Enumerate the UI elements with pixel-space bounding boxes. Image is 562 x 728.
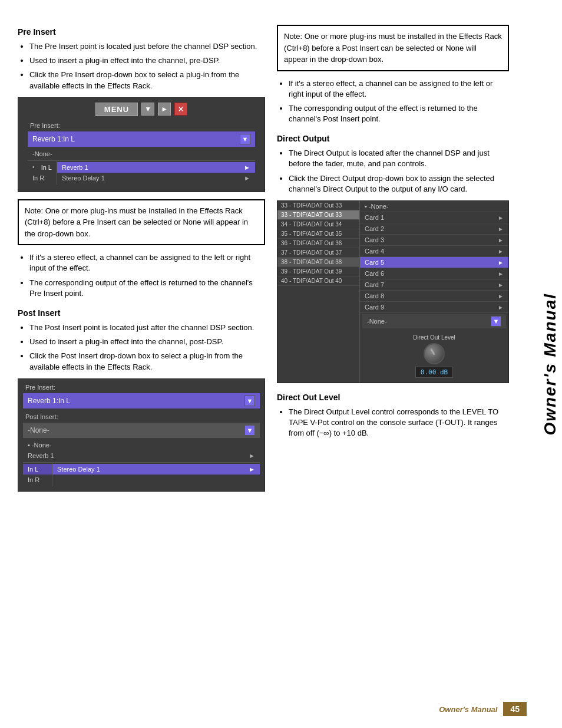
tdif-list: 33 - TDIF/ADAT Out 33 33 - TDIF/ADAT Out…	[277, 201, 360, 383]
direct-output-bullet-1: The Direct Output is located after the c…	[289, 148, 509, 169]
card5-label: Card 5	[365, 259, 384, 266]
post-stereo-bullet-1: If it's a stereo effect, a channel can b…	[289, 78, 509, 100]
card3-label: Card 3	[365, 236, 384, 243]
direct-out-level-box: Direct Out Level 0.00 dB	[360, 330, 508, 383]
pre-insert-panel: MENU ▼ ► × Pre Insert: Reverb 1:In L ▼ -…	[18, 97, 265, 192]
pre-insert-label-1: Pre Insert:	[28, 122, 255, 129]
card2-arrow: ►	[498, 226, 504, 232]
pre-insert-selected-2: Reverb 1:In L	[28, 397, 70, 405]
none-dropdown-arrow[interactable]: ▼	[491, 316, 501, 327]
post-stereo-delay-arrow: ►	[249, 466, 255, 473]
card9-item[interactable]: Card 9 ►	[360, 302, 508, 313]
card6-arrow: ►	[498, 271, 504, 277]
post-stereo-bullets: If it's a stereo effect, a channel can b…	[277, 78, 509, 125]
page-container: Owner's Manual Pre Insert The Pre Insert…	[0, 0, 562, 728]
stereo-delay-item[interactable]: Stereo Delay 1 ►	[57, 173, 255, 183]
dropdown-arrow-icon-2[interactable]: ▼	[244, 396, 255, 406]
pre-insert-label-2: Pre Insert:	[23, 384, 260, 391]
pre-insert-bullets: The Pre Insert point is located just bef…	[18, 41, 265, 91]
pre-insert-selected: Reverb 1:In L	[32, 135, 75, 143]
page-number: 45	[503, 702, 527, 716]
post-in-l-item[interactable]: In L	[23, 464, 52, 475]
none-item[interactable]: -None-	[28, 149, 255, 159]
reverb1-label: Reverb 1	[62, 164, 88, 171]
tdif-row-36[interactable]: 36 - TDIF/ADAT Out 36	[277, 239, 359, 248]
pre-insert-bullet-2: Used to insert a plug-in effect into the…	[29, 55, 265, 66]
card8-item[interactable]: Card 8 ►	[360, 291, 508, 302]
tdif-row-33[interactable]: 33 - TDIF/ADAT Out 33	[277, 201, 359, 210]
tdif-row-34[interactable]: 34 - TDIF/ADAT Out 34	[277, 220, 359, 229]
right-column: Note: One or more plug-ins must be insta…	[277, 18, 509, 498]
close-button[interactable]: ×	[174, 103, 187, 116]
in-l-item[interactable]: • In L	[28, 162, 57, 173]
pre-insert-dropdown[interactable]: Reverb 1:In L ▼	[28, 131, 255, 147]
post-none-item[interactable]: • -None-	[23, 440, 260, 450]
card6-label: Card 6	[365, 270, 384, 277]
tdif-row-38[interactable]: 38 - TDIF/ADAT Out 38	[277, 258, 359, 267]
tdif-row-40[interactable]: 40 - TDIF/ADAT Out 40	[277, 276, 359, 286]
card-list: • -None- Card 1 ► Card 2 ► Card 3 ►	[360, 201, 508, 383]
card7-label: Card 7	[365, 281, 384, 288]
post-in-l-label: In L	[28, 466, 38, 473]
direct-output-panel: 33 - TDIF/ADAT Out 33 33 - TDIF/ADAT Out…	[277, 200, 509, 383]
reverb1-item[interactable]: Reverb 1 ►	[57, 162, 255, 173]
knob-indicator	[430, 348, 435, 355]
post-insert-bullets: The Post Insert point is located just af…	[18, 322, 265, 373]
direct-output-bullet-2: Click the Direct Output drop-down box to…	[289, 173, 509, 195]
post-in-r-item[interactable]: In R	[23, 475, 52, 485]
tdif-row-39[interactable]: 39 - TDIF/ADAT Out 39	[277, 267, 359, 276]
card9-arrow: ►	[498, 304, 504, 311]
pre-insert-bullet-3: Click the Pre Insert drop-down box to se…	[29, 70, 265, 91]
pre-stereo-bullet-2: The corresponding output of the effect i…	[29, 278, 265, 299]
right-note-box: Note: One or more plug-ins must be insta…	[277, 25, 509, 71]
content-area: Pre Insert The Pre Insert point is locat…	[0, 18, 538, 498]
direct-out-level-bullets: The Direct Output Level control correspo…	[277, 407, 509, 439]
direct-out-level-label: Direct Out Level	[365, 334, 504, 341]
card1-arrow: ►	[498, 215, 504, 221]
card4-label: Card 4	[365, 248, 384, 255]
post-dropdown-arrow[interactable]: ▼	[244, 425, 255, 436]
pre-insert-dropdown-2[interactable]: Reverb 1:In L ▼	[23, 393, 260, 409]
post-none-label: • -None-	[28, 442, 52, 449]
panel-top-bar: MENU ▼ ► ×	[23, 103, 260, 116]
stereo-delay-label: Stereo Delay 1	[62, 174, 105, 182]
post-reverb1-item[interactable]: Reverb 1 ►	[23, 450, 260, 461]
in-r-label: In R	[32, 174, 44, 182]
card4-item[interactable]: Card 4 ►	[360, 246, 508, 257]
level-knob[interactable]	[424, 343, 445, 364]
none-card-label: • -None-	[365, 203, 389, 210]
post-stereo-delay-item[interactable]: Stereo Delay 1 ►	[52, 464, 260, 475]
post-reverb1-label: Reverb 1	[28, 452, 54, 459]
forward-arrow-btn[interactable]: ►	[158, 103, 171, 116]
level-display: 0.00 dB	[415, 367, 453, 378]
card3-item[interactable]: Card 3 ►	[360, 235, 508, 246]
dropdown-arrow-icon[interactable]: ▼	[240, 134, 250, 144]
post-insert-bullet-2: Used to insert a plug-in effect into the…	[29, 337, 265, 347]
post-insert-label: Post Insert:	[23, 413, 260, 420]
post-in-r-label: In R	[28, 476, 39, 483]
direct-out-level-heading: Direct Out Level	[277, 393, 509, 402]
post-insert-dropdown[interactable]: -None- ▼	[23, 423, 260, 438]
card1-item[interactable]: Card 1 ►	[360, 212, 508, 223]
none-card-item[interactable]: • -None-	[360, 201, 508, 212]
none-dropdown-row[interactable]: -None- ▼	[362, 314, 506, 328]
post-stereo-delay-label: Stereo Delay 1	[57, 466, 100, 473]
card5-item[interactable]: Card 5 ►	[360, 257, 508, 268]
post-insert-panel: Pre Insert: Reverb 1:In L ▼ Post Insert:…	[18, 378, 265, 492]
card2-item[interactable]: Card 2 ►	[360, 223, 508, 235]
menu-button[interactable]: MENU	[95, 103, 138, 116]
tdif-row-37[interactable]: 37 - TDIF/ADAT Out 37	[277, 248, 359, 258]
in-r-item[interactable]: In R	[28, 173, 57, 183]
card3-arrow: ►	[498, 237, 504, 243]
tdif-row-33-hl[interactable]: 33 - TDIF/ADAT Out 33	[277, 210, 359, 220]
knob-container: 0.00 dB	[365, 343, 504, 378]
post-insert-selected: -None-	[28, 426, 49, 434]
post-insert-heading: Post Insert	[18, 308, 265, 318]
card6-item[interactable]: Card 6 ►	[360, 268, 508, 279]
dropdown-arrow-btn[interactable]: ▼	[141, 103, 154, 116]
pre-stereo-bullets: If it's a stereo effect, a channel can b…	[18, 252, 265, 299]
tdif-row-35[interactable]: 35 - TDIF/ADAT Out 35	[277, 229, 359, 239]
direct-output-bullets: The Direct Output is located after the c…	[277, 148, 509, 195]
card7-item[interactable]: Card 7 ►	[360, 279, 508, 291]
sidebar-text: Owner's Manual	[541, 293, 560, 436]
